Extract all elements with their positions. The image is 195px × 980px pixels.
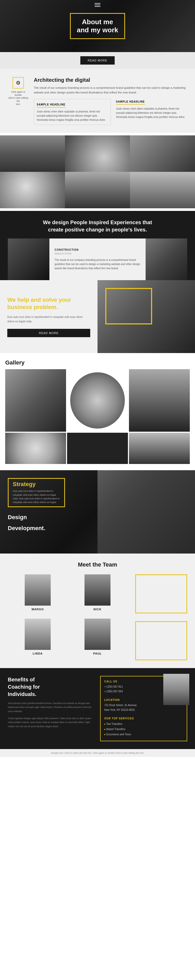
gallery-ear-image (5, 369, 66, 432)
help-title-accent: problem. (33, 304, 58, 310)
team-photo-margo (25, 574, 51, 606)
photo-city (65, 172, 130, 208)
photo-hands (130, 135, 195, 172)
gallery-grid-bottom (5, 433, 190, 464)
team-member-placeholder2 (127, 619, 187, 660)
inspire-sub: INNOVATION (55, 252, 140, 255)
strategy-box-text: Duis aute irure dolor in reprehenderit i… (13, 489, 60, 504)
help-right-image (97, 280, 195, 353)
benefits-text1: Sed pulvinar proin gravida hendrerit lec… (8, 702, 95, 713)
team-photo-paul (84, 619, 111, 650)
benefits-text2: Turpis egestas integer eget aliquet nibh… (8, 716, 95, 729)
gallery-spiral3-image (5, 433, 66, 464)
team-grid-row1: MARGO NICK (8, 574, 187, 616)
team-name-linda: LINDA (33, 652, 43, 655)
gallery-grid-top (5, 369, 190, 432)
read-more-button[interactable]: READ MORE (80, 56, 115, 65)
team-photo-linda (25, 619, 51, 650)
services-title: OUR TOP SERVICES (104, 717, 154, 720)
team-photo-nick (84, 574, 111, 606)
team-section: Meet the Team MARGO NICK LINDA PAUL (0, 554, 195, 668)
help-right (97, 280, 195, 353)
arch-desc: The result of our company branding proce… (34, 86, 187, 95)
team-name-margo: MARGO (32, 608, 44, 611)
photo-woman (0, 135, 65, 172)
call-us-title: CALL US (104, 680, 154, 683)
arch-col1-title: SAMPLE HEADLINE (36, 103, 65, 108)
service-item-2: Excursions and Tours (104, 732, 154, 737)
inspire-tag: CONSTRUCTION (55, 248, 140, 251)
click-label: Click again or double click to start edi… (8, 91, 29, 106)
phone2: + (256) 567-554 (104, 689, 154, 694)
team-member-placeholder1 (127, 574, 187, 616)
team-grid-row2: LINDA PAUL (8, 619, 187, 660)
arch-col-2: SAMPLE HEADLINE Justo donec enim diam vu… (116, 99, 187, 125)
strategy-box-title: Strategy (13, 481, 60, 488)
team-member-margo: MARGO (8, 574, 68, 616)
footer-note-text: Sample text. Click to select the text bo… (51, 752, 144, 754)
strategy-section: Strategy Duis aute irure dolor in repreh… (0, 470, 195, 554)
arch-title: Architecting the digital (34, 77, 187, 83)
strategy-content: Strategy Duis aute irure dolor in repreh… (0, 470, 195, 539)
benefits-left: Benefits of Coaching for Individuals. Se… (8, 676, 95, 741)
footer-note: Sample text. Click to select the text bo… (0, 749, 195, 757)
contact-box: CALL US + (256) 567-811 + (256) 567-554 … (100, 676, 187, 741)
photo-spiral2 (0, 172, 65, 208)
arch-columns: SAMPLE HEADLINE Justo donec enim diam vu… (34, 99, 187, 125)
location-title: LOCATION (104, 698, 154, 702)
help-read-more-button[interactable]: READ MORE (7, 329, 90, 337)
benefits-section: Benefits of Coaching for Individuals. Se… (0, 668, 195, 749)
photo-grid-1 (0, 133, 195, 211)
gallery-dark-image (67, 433, 128, 464)
hero-btn-wrap: READ MORE (0, 52, 195, 69)
service-item-1: Airport Transfers (104, 727, 154, 732)
photo-spiral (65, 135, 130, 172)
phone1: + (256) 567-811 (104, 684, 154, 689)
help-section: We help and solve your business problem.… (0, 280, 195, 353)
arch-left: ⚙ Click again or double click to start e… (8, 77, 29, 125)
gallery-woman2-image (129, 369, 190, 432)
design-label: Design (8, 514, 187, 521)
team-name-nick: NICK (94, 608, 101, 611)
hero-title-box: About me and my work (70, 13, 125, 39)
team-member-nick: NICK (68, 574, 127, 616)
arch-main: Architecting the digital The result of o… (34, 77, 187, 125)
gallery-section: Gallery (0, 353, 195, 470)
inspire-text: The result of our company branding proce… (55, 258, 140, 270)
team-member-linda: LINDA (8, 619, 68, 660)
contact-photo (163, 674, 189, 705)
strategy-box: Strategy Duis aute irure dolor in repreh… (8, 478, 65, 507)
benefits-title: Benefits of Coaching for Individuals. (8, 676, 95, 698)
help-left: We help and solve your business problem.… (0, 280, 97, 353)
gallery-circle-image (67, 369, 128, 432)
inspire-center: CONSTRUCTION INNOVATION The result of ou… (49, 239, 146, 280)
inspire-left-image (8, 239, 49, 280)
arch-col2-title: SAMPLE HEADLINE (116, 100, 145, 105)
arch-col-1: SAMPLE HEADLINE Justo donec enim diam vu… (34, 99, 111, 125)
help-text: Duis aute irure dolor in reprehenderit i… (7, 315, 90, 324)
gallery-circle (70, 372, 125, 428)
inspire-right-image (146, 239, 187, 280)
services-list: Taxi Transfers Airport Transfers Excursi… (104, 721, 154, 737)
photo-beach (130, 172, 195, 208)
arch-section: ⚙ Click again or double click to start e… (0, 69, 195, 133)
gear-icon: ⚙ (13, 77, 24, 89)
hero-title: About me and my work (77, 18, 118, 34)
inspire-title: We design People Inspired Experiences th… (8, 219, 187, 233)
arch-col1-text: Justo donec enim diam vulputate ut phare… (36, 110, 108, 122)
arch-col2-text: Justo donec enim diam vulputate ut phare… (116, 107, 187, 119)
hamburger-menu[interactable] (95, 3, 100, 7)
development-label: Development. (8, 525, 187, 532)
benefits-right: CALL US + (256) 567-811 + (256) 567-554 … (100, 676, 187, 741)
inspire-grid: CONSTRUCTION INNOVATION The result of ou… (8, 239, 187, 280)
help-title: We help and solve your business problem. (7, 296, 90, 311)
service-item-0: Taxi Transfers (104, 721, 154, 727)
team-member-paul: PAUL (68, 619, 127, 660)
team-name-paul: PAUL (93, 652, 101, 655)
inspire-section: We design People Inspired Experiences th… (0, 211, 195, 280)
hero-section: About me and my work (0, 0, 195, 52)
gallery-title: Gallery (5, 359, 190, 366)
gallery-woman3-image (129, 433, 190, 464)
address: 721 Rock Street, 31 Avenue, New York, NY… (104, 703, 154, 712)
team-title: Meet the Team (8, 562, 187, 568)
